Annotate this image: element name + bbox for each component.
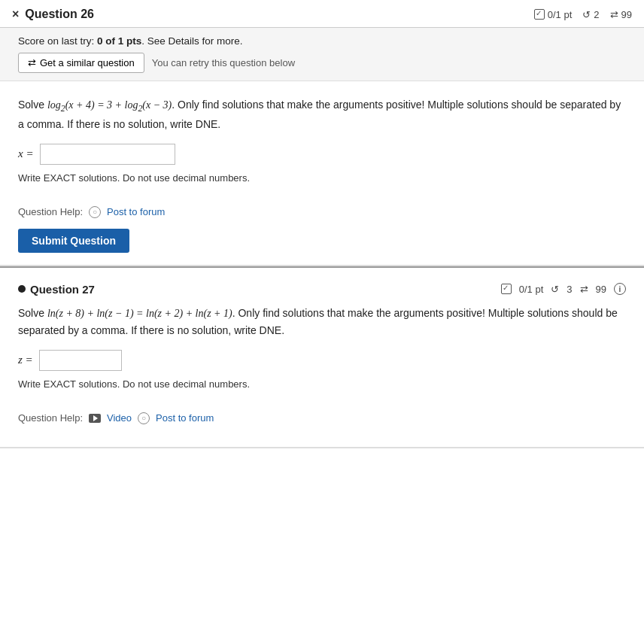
- q27-submissions-icon: ⇄: [580, 284, 588, 295]
- q27-title-label: Question 27: [30, 283, 95, 296]
- q27-info-icon[interactable]: i: [614, 283, 626, 295]
- submissions-icon: ⇄: [610, 9, 618, 20]
- q27-dot-icon: [18, 285, 26, 293]
- header-left: × Question 26: [12, 8, 94, 21]
- retries-icon: ↺: [582, 9, 591, 20]
- retry-row: ⇄ Get a similar question You can retry t…: [18, 53, 626, 73]
- q27-answer-input[interactable]: [39, 350, 122, 371]
- score-notice: Score on last try: 0 of 1 pts. See Detai…: [0, 28, 644, 81]
- q27-header: Question 27 0/1 pt ↺ 3 ⇄ 99 i: [18, 283, 626, 296]
- question-title-header: Question 26: [25, 8, 94, 21]
- q27-score-label: 0/1 pt: [519, 284, 544, 295]
- retries-badge: ↺ 2: [582, 9, 599, 20]
- retries-count: 2: [594, 9, 599, 20]
- get-similar-button[interactable]: ⇄ Get a similar question: [18, 53, 144, 73]
- retry-info-text: You can retry this question below: [152, 57, 295, 68]
- question-26-section: Solve log2(x + 4) = 3 + log2(x − 3). Onl…: [0, 81, 644, 266]
- q26-exact-note: Write EXACT solutions. Do not use decima…: [18, 172, 626, 184]
- close-icon[interactable]: ×: [12, 8, 19, 21]
- q27-retries-count: 3: [567, 284, 572, 295]
- q27-meta: 0/1 pt ↺ 3 ⇄ 99 i: [501, 283, 626, 295]
- q27-input-row: z =: [18, 350, 626, 371]
- q27-retries-icon: ↺: [551, 284, 559, 295]
- q27-title: Question 27: [18, 283, 95, 296]
- page-header: × Question 26 0/1 pt ↺ 2 ⇄ 99: [0, 0, 644, 28]
- q26-post-link[interactable]: Post to forum: [107, 206, 165, 217]
- q27-post-icon: ○: [138, 412, 150, 424]
- q27-post-link[interactable]: Post to forum: [156, 412, 214, 424]
- score-badge: 0/1 pt: [534, 9, 573, 20]
- q27-submissions-count: 99: [596, 284, 606, 295]
- q27-help-label: Question Help:: [18, 412, 83, 424]
- q26-help-label: Question Help:: [18, 206, 83, 217]
- score-notice-text: Score on last try: 0 of 1 pts. See Detai…: [18, 35, 626, 47]
- q27-exact-note: Write EXACT solutions. Do not use decima…: [18, 378, 626, 390]
- header-score-label: 0/1 pt: [548, 9, 573, 20]
- q27-help-row: Question Help: Video ○ Post to forum: [18, 412, 626, 424]
- q26-submit-button[interactable]: Submit Question: [18, 229, 129, 253]
- question-27-section: Question 27 0/1 pt ↺ 3 ⇄ 99 i Solve ln(z…: [0, 268, 644, 448]
- q27-math: ln(z + 8) + ln(z − 1) = ln(z + 2) + ln(z…: [47, 308, 232, 319]
- q26-answer-input[interactable]: [40, 144, 175, 165]
- q27-video-link[interactable]: Video: [107, 412, 132, 424]
- q27-score-check-icon: [501, 284, 512, 294]
- q26-problem-text: Solve log2(x + 4) = 3 + log2(x − 3). Onl…: [18, 96, 626, 133]
- submissions-badge: ⇄ 99: [610, 9, 632, 20]
- submissions-count: 99: [621, 9, 632, 20]
- q26-help-row: Question Help: ○ Post to forum: [18, 206, 626, 218]
- q26-input-label: x =: [18, 147, 34, 160]
- q26-post-icon: ○: [89, 206, 101, 218]
- retry-button-label: Get a similar question: [40, 57, 135, 68]
- q27-input-label: z =: [18, 354, 33, 366]
- score-check-icon: [534, 9, 545, 20]
- q27-video-icon: [89, 414, 101, 423]
- q26-math: log2(x + 4) = 3 + log2(x − 3): [47, 99, 172, 111]
- q27-problem-text: Solve ln(z + 8) + ln(z − 1) = ln(z + 2) …: [18, 305, 626, 339]
- header-right: 0/1 pt ↺ 2 ⇄ 99: [534, 9, 632, 20]
- q26-input-row: x =: [18, 144, 626, 165]
- retry-icon: ⇄: [28, 57, 36, 68]
